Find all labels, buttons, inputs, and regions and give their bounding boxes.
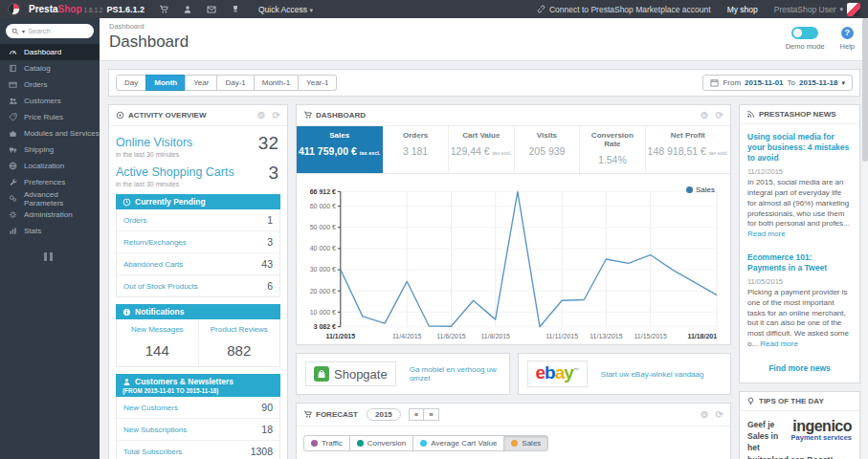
online-visitors-value: 32 bbox=[258, 133, 278, 154]
quick-access-menu[interactable]: Quick Access ▾ bbox=[258, 5, 313, 14]
new-subscriptions-link[interactable]: New Subscriptions bbox=[123, 426, 187, 434]
tips-panel-title: TIPS OF THE DAY bbox=[759, 397, 824, 405]
pending-orders-link[interactable]: Orders bbox=[123, 216, 146, 225]
sidebar-item-price-rules[interactable]: Price Rules bbox=[0, 109, 100, 125]
find-more-news-link[interactable]: Find more news bbox=[747, 363, 852, 373]
new-messages-cell[interactable]: New Messages144 bbox=[117, 319, 199, 366]
person-icon[interactable] bbox=[183, 5, 192, 14]
connect-marketplace-link[interactable]: Connect to PrestaShop Marketplace accoun… bbox=[537, 5, 711, 14]
out-of-stock-value: 6 bbox=[267, 280, 273, 292]
kpi-sales[interactable]: Sales411 759,00 € tax excl. bbox=[297, 126, 383, 173]
prestashop-news-panel: PRESTASHOP NEWS Using social media for y… bbox=[739, 104, 860, 383]
range-button-month-1[interactable]: Month-1 bbox=[254, 75, 299, 91]
read-more-link[interactable]: Read more bbox=[760, 339, 798, 348]
out-of-stock-link[interactable]: Out of Stock Products bbox=[123, 282, 198, 291]
forecast-button-traffic[interactable]: Traffic bbox=[303, 435, 350, 451]
date-range-picker[interactable]: From 2015-11-01 To 2015-11-18 ▾ bbox=[702, 75, 853, 91]
scrollbar-thumb[interactable] bbox=[862, 18, 868, 162]
kpi-net-profit[interactable]: Net Profit148 918,51 € tax excl. bbox=[646, 126, 730, 173]
gear-icon[interactable]: ⚙ bbox=[701, 110, 709, 120]
product-reviews-cell[interactable]: Product Reviews882 bbox=[199, 319, 280, 366]
sidebar-item-customers[interactable]: Customers bbox=[0, 93, 100, 109]
breadcrumb[interactable]: Dashboard bbox=[109, 22, 858, 31]
scrollbar[interactable] bbox=[862, 18, 868, 459]
legend-dot bbox=[686, 186, 693, 193]
sidebar-item-modules[interactable]: Modules and Services bbox=[0, 125, 100, 142]
tag-icon bbox=[9, 113, 17, 121]
my-shop-link[interactable]: My shop bbox=[727, 5, 758, 14]
range-button-year-1[interactable]: Year-1 bbox=[298, 75, 337, 91]
forecast-button-conversion[interactable]: Conversion bbox=[349, 435, 413, 451]
gear-icon[interactable]: ⚙ bbox=[257, 110, 266, 120]
gears-icon bbox=[9, 194, 17, 203]
forecast-next-button[interactable]: » bbox=[423, 408, 438, 421]
svg-text:50 000 €: 50 000 € bbox=[310, 224, 336, 230]
range-button-day[interactable]: Day bbox=[116, 75, 146, 91]
sidebar-item-stats[interactable]: Stats bbox=[0, 223, 100, 239]
forecast-button-avg-cart-value[interactable]: Average Cart Value bbox=[412, 435, 504, 451]
sidebar-item-advanced-parameters[interactable]: Advanced Parameters bbox=[0, 190, 100, 207]
kpi-orders[interactable]: Orders3 181 bbox=[383, 126, 448, 173]
svg-text:11/15/2015: 11/15/2015 bbox=[634, 333, 667, 339]
pending-returns-link[interactable]: Return/Exchanges bbox=[123, 238, 187, 247]
ebay-link[interactable]: Start uw eBay-winkel vandaag bbox=[601, 370, 704, 379]
sidebar-item-localization[interactable]: Localization bbox=[0, 158, 100, 174]
active-carts-subtitle: in the last 30 minutes bbox=[116, 181, 280, 187]
sidebar-item-administration[interactable]: Administration bbox=[0, 207, 100, 223]
gear-icon bbox=[9, 210, 17, 219]
search-input[interactable] bbox=[28, 27, 78, 35]
demo-mode-control: Demo mode bbox=[786, 27, 825, 51]
user-menu[interactable]: PrestaShop User ▾ bbox=[774, 3, 860, 16]
sidebar: ▾ Dashboard Catalog Orders Customers Pri… bbox=[0, 18, 100, 459]
sidebar-item-catalog[interactable]: Catalog bbox=[0, 60, 100, 76]
forecast-year[interactable]: 2015 bbox=[367, 408, 401, 421]
tips-of-the-day-panel: TIPS OF THE DAY ingenico Payment service… bbox=[739, 391, 860, 459]
abandoned-carts-link[interactable]: Abandoned Carts bbox=[123, 260, 183, 269]
sidebar-item-preferences[interactable]: Preferences bbox=[0, 174, 100, 190]
refresh-icon[interactable]: ⟳ bbox=[716, 110, 723, 120]
chevron-down-icon[interactable]: ▾ bbox=[22, 28, 25, 34]
range-button-year[interactable]: Year bbox=[185, 75, 217, 91]
forecast-prev-button[interactable]: « bbox=[409, 408, 424, 421]
kpi-cart-value[interactable]: Cart Value129,44 € tax excl. bbox=[449, 126, 515, 173]
help-icon[interactable]: ? bbox=[841, 27, 854, 39]
avg-cart-value-dot bbox=[420, 440, 427, 447]
main-area: Dashboard Dashboard Demo mode ? Help Day… bbox=[100, 18, 868, 459]
active-carts-block: Active Shopping Carts 3 in the last 30 m… bbox=[116, 163, 280, 187]
news-article: Ecommerce 101: Payments in a Tweet 11/05… bbox=[747, 252, 852, 350]
cart-icon bbox=[303, 111, 312, 120]
chevron-down-icon: ▾ bbox=[839, 6, 843, 13]
trophy-icon[interactable] bbox=[231, 5, 240, 14]
refresh-icon[interactable]: ⟳ bbox=[273, 110, 280, 120]
kpi-conversion-rate[interactable]: Conversion Rate1.54% bbox=[580, 126, 645, 173]
active-carts-link[interactable]: Active Shopping Carts bbox=[116, 165, 234, 179]
sidebar-item-orders[interactable]: Orders bbox=[0, 76, 100, 93]
online-visitors-link[interactable]: Online Visitors bbox=[116, 136, 192, 149]
svg-text:11/13/2015: 11/13/2015 bbox=[590, 333, 622, 339]
news-article-title[interactable]: Ecommerce 101: Payments in a Tweet bbox=[747, 252, 852, 273]
forecast-button-sales[interactable]: Sales bbox=[503, 435, 548, 451]
bar-chart-icon bbox=[9, 227, 17, 235]
news-article-title[interactable]: Using social media for your business: 4 … bbox=[747, 132, 852, 164]
total-subscribers-link[interactable]: Total Subscribers bbox=[123, 448, 182, 456]
refresh-icon[interactable]: ⟳ bbox=[716, 409, 723, 420]
cart-icon[interactable] bbox=[159, 5, 168, 14]
sidebar-item-dashboard[interactable]: Dashboard bbox=[0, 44, 100, 60]
envelope-icon[interactable] bbox=[207, 5, 216, 14]
shopgate-link[interactable]: Ga mobiel en verhoog uw omzet bbox=[410, 365, 501, 382]
product-reviews-value: 882 bbox=[202, 342, 278, 359]
range-button-day-1[interactable]: Day-1 bbox=[216, 75, 254, 91]
sidebar-item-shipping[interactable]: Shipping bbox=[0, 142, 100, 158]
gear-icon[interactable]: ⚙ bbox=[701, 409, 709, 420]
ebay-logo: ebay™ bbox=[527, 361, 588, 387]
svg-text:11/11/2015: 11/11/2015 bbox=[545, 333, 578, 339]
range-button-month[interactable]: Month bbox=[145, 75, 186, 91]
chart-legend[interactable]: Sales bbox=[686, 186, 715, 194]
kpi-visits[interactable]: Visits205 939 bbox=[515, 126, 580, 173]
new-customers-link[interactable]: New Customers bbox=[123, 404, 178, 412]
demo-mode-toggle[interactable] bbox=[791, 27, 818, 39]
sidebar-collapse-button[interactable] bbox=[44, 252, 56, 261]
sidebar-search[interactable]: ▾ bbox=[6, 24, 94, 38]
read-more-link[interactable]: Read more bbox=[747, 230, 786, 238]
notifications-grid: New Messages144 Product Reviews882 bbox=[116, 319, 280, 367]
